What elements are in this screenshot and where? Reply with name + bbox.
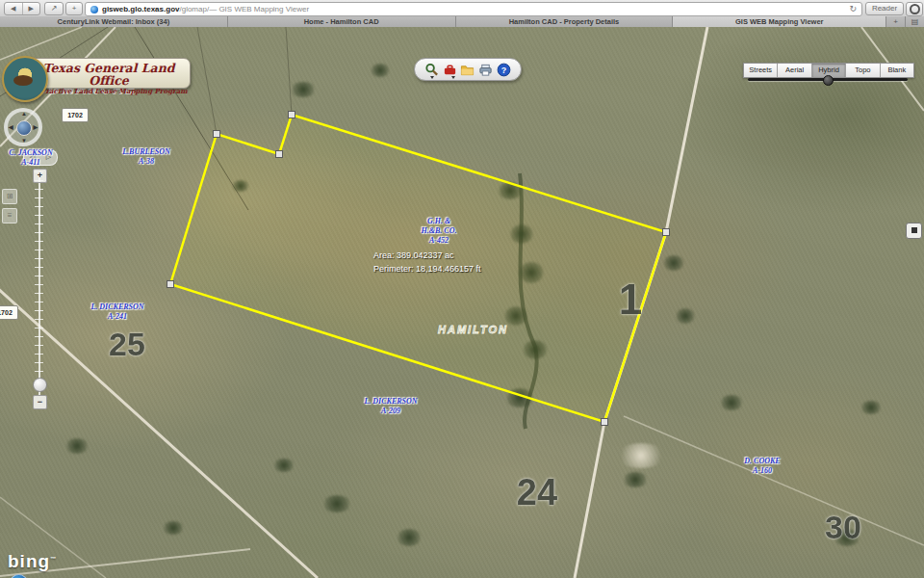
tools-dropdown-caret[interactable] <box>451 76 455 79</box>
map-tool-button-1[interactable]: ⊞ <box>2 189 17 204</box>
parcel-vertex-marker[interactable] <box>663 229 670 236</box>
measurement-readout: Area: 389.042337 ac Perimeter: 18,194.46… <box>373 249 481 276</box>
survey-label: G.H. &H.&B. CO.A-452 <box>381 217 497 246</box>
parcel-vertex-marker[interactable] <box>276 151 283 158</box>
parcel-vertex-marker[interactable] <box>214 131 220 138</box>
survey-label: L.BURLESONA-38 <box>89 147 204 167</box>
forward-button[interactable]: ▶ <box>23 3 40 14</box>
site-favicon <box>90 6 98 13</box>
block-number: 30 <box>825 509 861 546</box>
survey-label: L. DICKERSONA-241 <box>60 302 175 322</box>
block-number: 25 <box>109 326 145 363</box>
map-tool-button-2[interactable]: ≡ <box>2 208 17 223</box>
print-icon[interactable] <box>478 63 493 77</box>
nav-buttons: ◀ ▶ <box>4 2 40 15</box>
svg-text:?: ? <box>501 65 506 74</box>
map-canvas[interactable]: HAMILTONCOMANCHE Area: 389.042337 ac Per… <box>0 27 924 578</box>
refresh-icon[interactable]: ↻ <box>849 3 857 15</box>
zoom-slider-rail[interactable] <box>38 171 40 395</box>
back-button[interactable]: ◀ <box>5 3 23 14</box>
parcel-vertex-marker[interactable] <box>289 112 295 118</box>
parcel-vertex-marker[interactable] <box>602 419 608 426</box>
tab-hamilton-cad-home[interactable]: Home - Hamilton CAD <box>228 16 456 27</box>
folder-icon[interactable] <box>460 63 475 77</box>
help-icon[interactable]: ? <box>497 63 511 77</box>
map-toolbar: ? <box>414 58 522 81</box>
address-bar[interactable]: gisweb.glo.texas.gov/glomap/ — GIS WEB M… <box>85 2 862 16</box>
glo-header-banner: Texas General Land Office Interactive La… <box>27 58 191 89</box>
url-domain: gisweb.glo.texas.gov <box>102 3 179 15</box>
pan-up-icon[interactable]: ▲ <box>21 111 27 117</box>
url-path: /glomap/ <box>179 3 209 15</box>
survey-label: L. DICKERSONA-209 <box>333 397 449 416</box>
pan-left-icon[interactable]: ◀ <box>9 123 13 130</box>
search-icon[interactable] <box>424 63 439 77</box>
browser-toolbar: ◀ ▶ ↗ + gisweb.glo.texas.gov/glomap/ — G… <box>0 0 924 17</box>
zoom-in-button[interactable]: + <box>33 169 47 183</box>
pan-right-icon[interactable]: ▶ <box>33 123 38 130</box>
perimeter-value: Perimeter: 18,194.466157 ft <box>373 262 481 276</box>
app-title: Texas General Land Office <box>28 62 190 87</box>
block-number: 1 <box>619 276 642 324</box>
tab-property-details[interactable]: Hamilton CAD - Property Details <box>456 16 674 27</box>
tools-icon[interactable] <box>443 63 457 77</box>
buffalo-icon <box>13 75 33 86</box>
area-value: Area: 389.042337 ac <box>373 249 481 262</box>
opacity-slider-handle[interactable] <box>823 75 834 86</box>
tab-bar: CenturyLink Webmail: Inbox (34) Home - H… <box>0 16 924 27</box>
share-button[interactable]: ↗ <box>44 2 64 15</box>
block-number: 24 <box>517 472 557 513</box>
overview-map-toggle[interactable] <box>906 223 922 239</box>
app-subtitle: Interactive Land Lease Mapping Program <box>28 87 190 95</box>
basemap-button-streets[interactable]: Streets <box>744 64 778 77</box>
pan-down-icon[interactable]: ▼ <box>21 138 27 144</box>
basemap-button-topo[interactable]: Topo <box>846 64 880 77</box>
survey-label: C. JACKSONA-411 <box>0 148 89 168</box>
reader-button[interactable]: Reader <box>865 2 904 15</box>
overview-icon <box>911 227 917 233</box>
record-icon <box>910 4 920 14</box>
tab-webmail[interactable]: CenturyLink Webmail: Inbox (34) <box>0 16 228 27</box>
new-tab-button[interactable]: + <box>65 2 83 15</box>
basemap-button-aerial[interactable]: Aerial <box>778 64 811 77</box>
road-shield: 1702 <box>62 108 89 122</box>
search-dropdown-caret[interactable] <box>430 76 434 79</box>
new-tab-small-button[interactable]: + <box>886 16 906 27</box>
gis-mapping-viewer-window: ◀ ▶ ↗ + gisweb.glo.texas.gov/glomap/ — G… <box>0 0 924 578</box>
zoom-out-button[interactable]: − <box>33 395 47 409</box>
browser-action-button[interactable] <box>906 2 923 16</box>
pan-compass-control[interactable]: ▲ ▼ ◀ ▶ <box>4 108 42 146</box>
basemap-button-blank[interactable]: Blank <box>881 64 913 77</box>
zoom-slider-handle[interactable] <box>33 378 47 392</box>
survey-label: D. COOKEA-160 <box>705 457 820 476</box>
url-title: — GIS WEB Mapping Viewer <box>209 3 309 15</box>
glo-seal-logo <box>2 56 48 102</box>
road-shield: 1702 <box>0 305 18 320</box>
tab-overview-button[interactable]: ▤ <box>906 16 924 27</box>
bing-logo: bing™ <box>8 551 57 572</box>
compass-center-knob[interactable] <box>16 120 32 136</box>
parcel-vertex-marker[interactable] <box>167 281 174 288</box>
tab-gis-viewer[interactable]: GIS WEB Mapping Viewer <box>673 16 886 27</box>
